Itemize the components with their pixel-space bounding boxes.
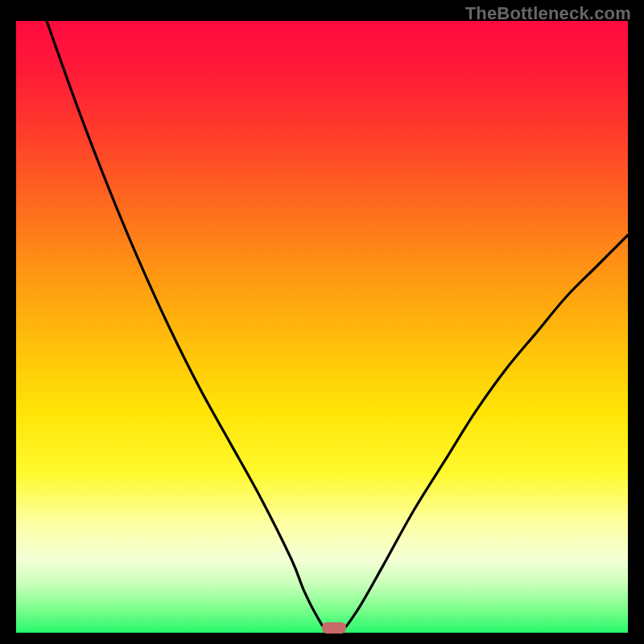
optimal-marker <box>322 622 346 634</box>
plot-area <box>16 21 628 633</box>
gradient-background <box>16 21 628 633</box>
chart-frame: TheBottleneck.com <box>0 0 644 644</box>
